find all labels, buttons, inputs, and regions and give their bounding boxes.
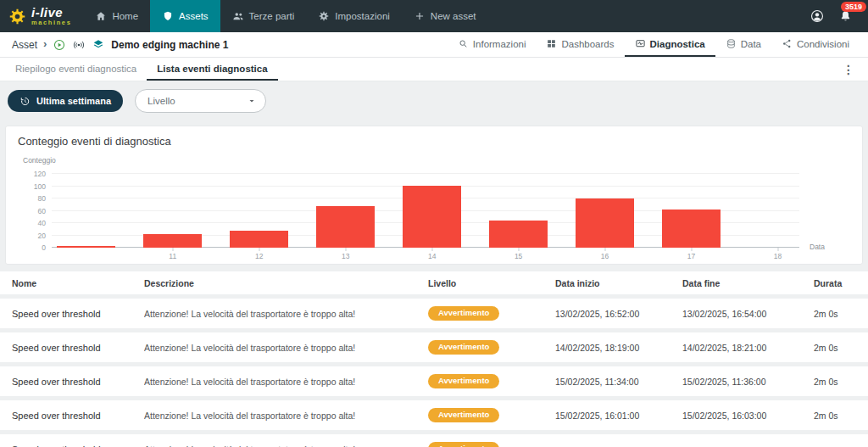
event-level-cell: Avvertimento	[428, 306, 555, 320]
settings-gear-icon	[318, 10, 330, 22]
notification-badge[interactable]: 3519	[841, 2, 866, 12]
chart-bar[interactable]	[489, 221, 548, 248]
grid-icon	[546, 38, 557, 49]
asset-tab-bar: Informazioni Dashboards Diagnostica Data…	[448, 32, 860, 57]
people-icon	[232, 10, 244, 22]
broadcast-icon[interactable]	[72, 38, 86, 52]
event-start: 15/02/2025, 11:34:00	[555, 377, 682, 387]
event-start: 15/02/2025, 16:01:00	[555, 411, 682, 421]
x-tick-mark	[345, 248, 346, 251]
table-row[interactable]: Speed over thresholdAttenzione! La veloc…	[0, 332, 868, 362]
x-tick-mark	[691, 248, 692, 251]
tab-data[interactable]: Data	[715, 32, 771, 57]
chart-plot: Data 0204060801001201112131415161718	[52, 168, 799, 248]
nav-label-terze-parti: Terze parti	[249, 11, 295, 21]
breadcrumb-root[interactable]: Asset	[12, 39, 37, 51]
tab-condivisioni[interactable]: Condivisioni	[771, 32, 860, 57]
event-name: Speed over threshold	[12, 343, 144, 353]
nav-item-terze-parti[interactable]: Terze parti	[220, 0, 307, 32]
tab-label-condivisioni: Condivisioni	[797, 39, 849, 49]
breadcrumb: Asset › Demo edging machine 1	[12, 32, 228, 57]
kebab-menu-icon[interactable]: ⋮	[834, 58, 863, 81]
event-start: 14/02/2025, 18:19:00	[555, 343, 682, 353]
chart-bar[interactable]	[403, 186, 461, 248]
event-name: Speed over threshold	[12, 444, 144, 447]
main-nav: Home Assets Terze parti	[83, 0, 487, 32]
nav-label-impostazioni: Impostazioni	[335, 11, 390, 21]
nav-item-new-asset[interactable]: New asset	[402, 0, 488, 32]
col-header-data-inizio: Data inizio	[555, 278, 682, 288]
chart-bar[interactable]	[57, 246, 115, 248]
x-axis-title: Data	[810, 243, 825, 251]
chart-bar[interactable]	[662, 210, 721, 248]
event-duration: 2m 0s	[814, 343, 868, 353]
y-tick-label: 100	[34, 182, 46, 191]
nav-item-assets[interactable]: Assets	[150, 0, 220, 32]
account-icon[interactable]	[810, 8, 825, 24]
play-circle-icon[interactable]	[53, 38, 66, 52]
tab-diagnostica[interactable]: Diagnostica	[625, 32, 715, 57]
tab-informazioni[interactable]: Informazioni	[448, 32, 537, 57]
x-tick-mark	[604, 248, 605, 251]
chevron-down-icon	[247, 96, 257, 106]
x-tick-mark	[259, 248, 259, 251]
x-tick-label: 13	[342, 252, 349, 260]
table-row[interactable]: Speed over thresholdAttenzione! La veloc…	[0, 400, 868, 430]
event-level-cell: Avvertimento	[428, 408, 555, 422]
event-level-cell: Avvertimento	[428, 374, 555, 388]
x-tick-label: 17	[687, 252, 695, 260]
nav-label-assets: Assets	[179, 11, 209, 21]
nav-label-new-asset: New asset	[431, 11, 476, 21]
y-tick-label: 120	[34, 170, 46, 178]
level-badge: Avvertimento	[428, 340, 499, 354]
time-range-button[interactable]: Ultima settimana	[8, 90, 123, 112]
event-end: 15/02/2025, 11:36:00	[682, 377, 814, 387]
x-tick-mark	[431, 248, 432, 251]
event-duration: 2m 0s	[814, 309, 868, 319]
table-row[interactable]: Speed over thresholdAttenzione! La veloc…	[0, 434, 868, 447]
subtab-lista-eventi[interactable]: Lista eventi diagnostica	[147, 58, 277, 81]
x-tick-label: 11	[169, 252, 176, 260]
event-description: Attenzione! La velocità del trasportator…	[144, 411, 428, 421]
event-level-cell: Avvertimento	[428, 442, 555, 447]
plus-icon	[414, 10, 426, 22]
x-tick-label: 12	[255, 252, 263, 260]
event-description: Attenzione! La velocità del trasportator…	[144, 309, 428, 319]
chart-bar[interactable]	[143, 234, 202, 248]
x-tick-mark	[172, 248, 173, 251]
nav-item-home[interactable]: Home	[83, 0, 150, 32]
y-tick-label: 60	[38, 207, 46, 215]
database-icon	[726, 38, 737, 49]
layers-icon[interactable]	[92, 38, 105, 52]
logo-gear-icon	[8, 8, 26, 25]
event-start: 13/02/2025, 16:52:00	[555, 309, 682, 319]
table-header: Nome Descrizione Livello Data inizio Dat…	[0, 271, 868, 294]
event-description: Attenzione! La velocità del trasportator…	[144, 343, 428, 353]
chart-bar[interactable]	[230, 231, 288, 248]
event-end: 14/02/2025, 18:21:00	[682, 343, 814, 353]
x-tick-label: 15	[515, 252, 522, 260]
event-end: 15/02/2025, 16:03:00	[682, 411, 814, 421]
col-header-livello: Livello	[428, 278, 555, 288]
tab-dashboards[interactable]: Dashboards	[536, 32, 624, 57]
subtab-riepilogo[interactable]: Riepilogo eventi diagnostica	[5, 58, 147, 81]
col-header-nome: Nome	[12, 278, 144, 288]
filter-bar: Ultima settimana Livello	[0, 81, 868, 120]
level-filter-select[interactable]: Livello	[135, 89, 266, 113]
event-name: Speed over threshold	[12, 309, 144, 319]
chevron-right-icon: ›	[43, 37, 47, 50]
y-tick-label: 0	[42, 243, 46, 252]
table-row[interactable]: Speed over thresholdAttenzione! La veloc…	[0, 299, 868, 328]
x-tick-label: 18	[774, 252, 782, 260]
table-row[interactable]: Speed over thresholdAttenzione! La veloc…	[0, 366, 868, 396]
pulse-monitor-icon	[635, 38, 646, 49]
chart-bar[interactable]	[576, 198, 634, 248]
top-navbar: i-live machines Home Assets Terze parti	[0, 0, 868, 32]
level-badge: Avvertimento	[428, 408, 499, 422]
event-table-body: Speed over thresholdAttenzione! La veloc…	[0, 294, 868, 447]
nav-item-impostazioni[interactable]: Impostazioni	[306, 0, 402, 32]
chart-bar[interactable]	[316, 206, 375, 248]
chart-card: Conteggio eventi di diagnostica Conteggi…	[5, 126, 863, 265]
subtab-label-lista-eventi: Lista eventi diagnostica	[157, 64, 267, 74]
app-logo[interactable]: i-live machines	[0, 0, 83, 32]
